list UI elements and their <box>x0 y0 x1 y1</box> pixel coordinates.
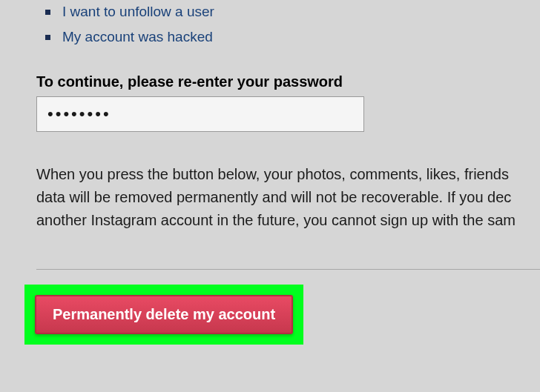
password-section: To continue, please re-enter your passwo… <box>36 73 540 132</box>
bullet-icon <box>45 10 50 15</box>
list-item: I want to unfollow a user <box>45 4 540 20</box>
password-input[interactable] <box>36 96 364 132</box>
warning-line: When you press the button below, your ph… <box>36 163 540 186</box>
warning-line: data will be removed permanently and wil… <box>36 186 540 209</box>
divider <box>36 269 540 270</box>
warning-text: When you press the button below, your ph… <box>36 163 540 232</box>
password-label: To continue, please re-enter your passwo… <box>36 73 540 90</box>
reason-link-hacked[interactable]: My account was hacked <box>62 29 213 45</box>
warning-line: another Instagram account in the future,… <box>36 209 540 232</box>
permanently-delete-button[interactable]: Permanently delete my account <box>35 295 293 334</box>
reason-link-unfollow[interactable]: I want to unfollow a user <box>62 4 214 20</box>
list-item: My account was hacked <box>45 29 540 45</box>
highlight-box: Permanently delete my account <box>24 285 303 345</box>
bullet-icon <box>45 35 50 40</box>
reasons-list: I want to unfollow a user My account was… <box>45 4 540 45</box>
